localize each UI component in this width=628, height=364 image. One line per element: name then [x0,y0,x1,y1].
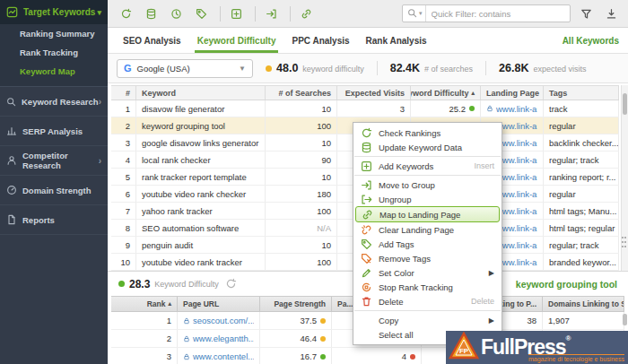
tab-keyword-difficulty[interactable]: Keyword Difficulty [189,28,284,53]
lock-icon [183,353,190,360]
sidebar-item-label: Reports [22,215,55,225]
chevron-down-icon: ▾ [419,10,423,17]
toolbar: ▾ [108,0,628,28]
tagx-icon [361,253,372,264]
page-url: www.elegantth... [193,334,254,343]
tab-ppc-analysis[interactable]: PPC Analysis [283,28,357,53]
add-keywords-icon[interactable] [225,4,247,22]
menu-item-add-keywords[interactable]: Add KeywordsInsert [353,159,502,173]
menu-item-copy[interactable]: Copy▶ [353,313,502,327]
sidebar-item-rank-tracking[interactable]: Rank Tracking [0,43,108,62]
column-header-# of Searches[interactable]: # of Searches [266,86,337,100]
column-header-Expected Visits[interactable]: Expected Visits [337,86,411,100]
cell: 100 [266,117,337,134]
menu-item-update-keyword-data[interactable]: Update Keyword Data [353,140,502,154]
searches-label: # of searches [424,65,473,74]
context-menu: Check RankingsUpdate Keyword DataAdd Key… [353,122,502,345]
sidebar-item-competitor-research[interactable]: Competitor Research› [0,146,108,176]
scrollbar-thumb[interactable] [623,93,627,115]
update-rankings-icon[interactable] [115,4,136,22]
cell: track [544,100,619,117]
page-url-link[interactable]: www.contentel... [183,351,254,361]
stat-visits: 26.8K expected visits [499,62,586,74]
quick-filter-input[interactable] [426,9,570,19]
cell: 100 [266,254,337,270]
move-to-group-icon[interactable] [260,4,282,22]
column-header-Tags[interactable]: Tags [544,86,619,100]
sidebar-item-serp-analysis[interactable]: SERP Analysis [0,117,108,146]
map-to-landing-page-icon[interactable] [295,4,317,22]
menu-item-check-rankings[interactable]: Check Rankings [353,126,502,140]
filter-icon[interactable] [576,4,596,22]
panel-resize-handle[interactable] [622,237,627,253]
menu-item-stop-rank-tracking[interactable]: Stop Rank Tracking [353,280,502,294]
cell: local rank checker [136,152,266,168]
visits-label: expected visits [533,65,586,74]
menu-item-clear-landing-page[interactable]: Clear Landing Page [353,222,502,237]
page-url-link[interactable]: seoscout.com/... [183,316,254,325]
menu-item-set-color[interactable]: Set Color▶ [353,265,502,280]
column-header-domains-linking-to-site[interactable]: Domains Linking to Site [543,297,624,311]
column-header-page-url[interactable]: Page URL [178,297,260,311]
sidebar-item-label: Domain Strength [22,186,92,195]
update-keyword-data-icon[interactable] [140,4,161,22]
sidebar-item-ranking-summary[interactable]: Ranking Summary [0,24,108,43]
all-keywords-link[interactable]: All Keywords [563,36,621,46]
cell: 4 [332,348,422,364]
sidebar-item-keyword-research[interactable]: Keyword Research› [0,87,108,117]
add-tags-icon[interactable] [190,4,212,22]
stats-bar: G Google (USA) ▼ 48.0 keyword difficulty… [108,54,628,83]
cell: 10 [266,169,337,185]
menu-item-move-to-group[interactable]: Move to Group [353,178,502,192]
refresh-icon[interactable] [225,278,237,290]
tab-rank-analysis[interactable]: Rank Analysis [358,28,435,53]
menu-separator [354,156,501,157]
update-expected-visits-icon[interactable] [165,4,187,22]
cell: regular [544,186,619,202]
plus-icon [361,160,372,172]
submenu-arrow-icon: ▶ [489,269,494,277]
column-header-Landing Page[interactable]: Landing Page [481,86,544,100]
cell: 5 [111,169,136,185]
quick-filter: ▾ [402,4,571,22]
sidebar-item-label: SERP Analysis [22,126,83,136]
cell-value: 5 [126,172,130,182]
strength-dot [320,336,326,342]
sidebar-item-reports[interactable]: Reports [0,205,108,235]
column-header-rank[interactable]: Rank▴ [111,297,178,311]
menu-item-label: Delete [379,297,403,307]
chevron-right-icon: › [99,97,101,107]
sidebar-item-keyword-map[interactable]: Keyword Map [0,62,108,81]
menu-item-add-tags[interactable]: Add Tags [353,237,502,251]
landing-page-link[interactable]: www.link-assi... [486,104,537,114]
sidebar-item-label: Competitor Research [22,151,99,170]
kd-label: keyword difficulty [302,65,363,74]
sidebar-item-domain-strength[interactable]: Domain Strength [0,176,108,205]
export-icon[interactable] [601,4,621,22]
search-scope-dropdown[interactable]: ▾ [403,5,426,22]
cell-value: youtube video rank tracker [142,257,242,267]
cell: www.elegantth... [178,330,260,347]
cell: 37.5 [260,312,332,329]
cell: yahoo rank tracker [136,203,266,219]
tab-seo-analysis[interactable]: SEO Analysis [115,28,189,53]
column-header-page-strength[interactable]: Page Strength [260,297,332,311]
menu-item-remove-tags[interactable]: Remove Tags [353,251,502,265]
column-header-label: # [126,89,130,98]
column-header-Keyword[interactable]: Keyword [136,86,266,100]
column-header-label: Rank [147,299,166,308]
menu-item-map-to-landing-page[interactable]: Map to Landing Page [355,206,500,222]
strength-dot [320,354,326,360]
menu-item-ungroup[interactable]: Ungroup [353,192,502,206]
cell: disavow file generator [136,100,266,117]
page-url-link[interactable]: www.elegantth... [183,334,254,343]
column-header-#[interactable]: # [111,86,136,100]
column-header-Keyword Difficulty[interactable]: Keyword Difficulty▴ [411,86,481,100]
scrollbar-thumb[interactable] [623,314,627,325]
divider [255,6,256,22]
search-engine-select[interactable]: G Google (USA) ▼ [117,59,253,78]
menu-item-delete[interactable]: DeleteDelete [353,294,502,308]
sidebar-item-target-keywords[interactable]: Target Keywords▾ [0,0,108,24]
table-row[interactable]: 1disavow file generator10325.2www.link-a… [111,100,619,117]
menu-item-label: Stop Rank Tracking [379,282,453,292]
